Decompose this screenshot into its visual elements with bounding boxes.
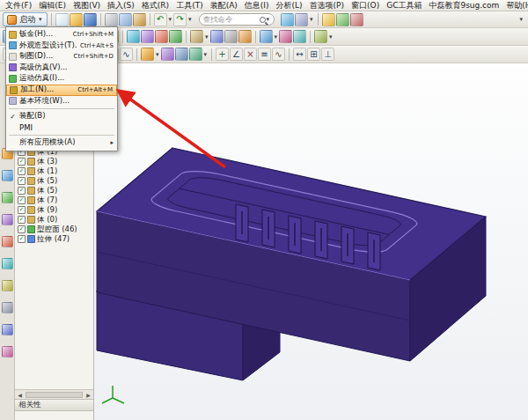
navigator-row[interactable]: ✓ 体 (7) — [15, 195, 93, 205]
start-menu-item[interactable]: 加工(N)... Ctrl+Alt+M — [6, 85, 117, 96]
mirror-feature-icon[interactable]: ⊥ — [321, 48, 334, 61]
new-file-button[interactable] — [55, 13, 69, 26]
checkbox-checked-icon[interactable]: ✓ — [18, 206, 26, 214]
edge-blend-icon[interactable]: + — [216, 48, 229, 61]
toolbar-options-caret[interactable]: ▾ — [519, 16, 524, 23]
checkbox-checked-icon[interactable]: ✓ — [18, 235, 26, 243]
start-menu-toggle-item[interactable]: ✓ 装配(B) — [6, 111, 117, 122]
wcs-dynamics-icon[interactable] — [238, 30, 252, 43]
open-file-button[interactable] — [70, 13, 83, 26]
navigator-row[interactable]: ✓ 体 (3) — [15, 157, 93, 166]
trim-body-icon[interactable]: × — [244, 48, 257, 61]
checkbox-checked-icon[interactable]: ✓ — [18, 177, 26, 185]
menubar-menu[interactable]: 文件(F) — [2, 0, 35, 11]
history-icon[interactable] — [2, 280, 13, 291]
constraint-navigator-icon[interactable] — [2, 170, 13, 181]
scroll-left-arrow[interactable]: ◀ — [15, 392, 25, 398]
menubar-menu[interactable]: 装配(A) — [207, 0, 241, 11]
menubar-menu[interactable]: 首选项(P) — [306, 0, 348, 11]
navigator-row[interactable]: ✓ 体 (5) — [15, 186, 93, 195]
checkbox-checked-icon[interactable]: ✓ — [18, 196, 26, 204]
checkbox-checked-icon[interactable]: ✓ — [18, 225, 26, 233]
pattern-feature-icon[interactable]: ⊞ — [307, 48, 320, 61]
offset-surface-icon[interactable]: ≡ — [258, 48, 271, 61]
start-menu-toggle-item[interactable]: PMI — [6, 122, 117, 134]
start-menu-item[interactable]: 外观造型设计(T)... Ctrl+Alt+S — [6, 41, 117, 52]
window-button[interactable] — [295, 13, 308, 26]
menubar-menu[interactable]: 编辑(E) — [35, 0, 70, 11]
system-materials-icon[interactable] — [2, 302, 13, 313]
hd3d-tools-icon[interactable] — [2, 236, 13, 247]
revolve-icon[interactable] — [161, 48, 174, 61]
navigator-row[interactable]: ✓ 体 (1) — [15, 166, 93, 176]
navigator-row[interactable]: ✓ 体 (5) — [15, 176, 93, 186]
zoom-icon[interactable] — [141, 30, 154, 43]
chamfer-icon[interactable]: ∠ — [230, 48, 243, 61]
section-view-icon[interactable] — [279, 30, 292, 43]
pan-icon[interactable] — [155, 30, 168, 43]
part-navigator-icon[interactable] — [2, 192, 13, 203]
checkbox-checked-icon[interactable]: ✓ — [18, 216, 26, 224]
start-menu-item[interactable]: 制图(D)... Ctrl+Shift+D — [6, 51, 117, 63]
undo-button[interactable]: ↶ — [154, 13, 167, 26]
menubar-menu[interactable]: 中磊教育9sug.com — [425, 0, 502, 11]
hole-icon[interactable] — [175, 48, 188, 61]
show-hide-icon[interactable] — [190, 30, 203, 43]
checkbox-checked-icon[interactable]: ✓ — [18, 167, 26, 175]
menubar-menu[interactable]: 视图(V) — [70, 0, 104, 11]
reuse-library-icon[interactable] — [2, 214, 13, 225]
menubar-menu[interactable]: 信息(I) — [241, 0, 273, 11]
rotate-view-icon[interactable] — [169, 30, 182, 43]
process-studio-icon[interactable] — [2, 324, 13, 335]
move-object-icon[interactable]: ↔ — [293, 48, 306, 61]
dependencies-panel-header[interactable]: 相关性 — [15, 399, 93, 411]
start-menu-item[interactable]: 高级仿真(V)... — [6, 63, 117, 74]
menubar-menu[interactable]: 分析(L) — [273, 0, 306, 11]
graphics-viewport[interactable] — [94, 63, 528, 420]
command-finder-button[interactable] — [322, 13, 335, 26]
start-menu-item[interactable]: 运动仿真(I)... — [6, 73, 117, 85]
roles-icon[interactable] — [2, 346, 13, 357]
navigator-row[interactable]: ✓ 体 (9) — [15, 205, 93, 215]
navigator-row[interactable]: ✓ 型腔面 (46) — [15, 225, 93, 234]
scroll-track[interactable] — [26, 392, 83, 398]
navigator-row[interactable]: ✓ 拉伸 (47) — [15, 234, 93, 244]
through-curves-icon[interactable]: ∿ — [272, 48, 285, 61]
measure-distance-icon[interactable] — [260, 30, 273, 43]
current-dialog-button[interactable] — [336, 13, 349, 26]
menubar-menu[interactable]: 工具(T) — [172, 0, 207, 11]
command-finder[interactable]: ▾ — [199, 13, 275, 26]
layer-settings-icon[interactable] — [224, 30, 238, 43]
navigator-row[interactable]: ✓ 体 (0) — [15, 215, 93, 225]
extrude-icon[interactable] — [141, 48, 154, 61]
scroll-right-arrow[interactable]: ▶ — [84, 392, 93, 398]
save-button[interactable] — [84, 13, 97, 26]
cut-button[interactable] — [105, 13, 118, 26]
redo-button[interactable]: ↷ — [173, 13, 187, 26]
navigator-hscrollbar[interactable]: ◀ ▶ — [15, 389, 93, 399]
snapshot-icon[interactable] — [293, 30, 306, 43]
search-icon[interactable] — [260, 17, 266, 23]
start-menu-item[interactable]: 钣金(H)... Ctrl+Shift+M — [6, 29, 117, 41]
fit-view-icon[interactable] — [127, 30, 140, 43]
edit-object-display-icon[interactable] — [210, 30, 224, 43]
help-button[interactable] — [350, 13, 363, 26]
menubar-menu[interactable]: 窗口(O) — [348, 0, 383, 11]
menubar-menu[interactable]: GC工具箱 — [383, 0, 425, 11]
copy-button[interactable] — [119, 13, 132, 26]
menubar-menu[interactable]: 格式(R) — [138, 0, 172, 11]
checkbox-checked-icon[interactable]: ✓ — [18, 158, 26, 166]
paste-button[interactable] — [133, 13, 146, 26]
spline-icon[interactable]: ∿ — [120, 48, 133, 61]
web-browser-icon[interactable] — [2, 258, 13, 269]
unite-boolean-icon[interactable] — [189, 48, 202, 61]
all-applications-item[interactable]: 所有应用模块(A) ▸ — [6, 137, 117, 149]
menubar-menu[interactable]: 帮助(H) — [502, 0, 528, 11]
touch-mode-button[interactable] — [281, 13, 294, 26]
menubar-menu[interactable]: 插入(S) — [104, 0, 138, 11]
display-mode-icon[interactable] — [314, 30, 327, 43]
start-menu-button[interactable]: 启动 ▾ — [3, 12, 48, 26]
start-menu-item[interactable]: 基本环境(W)... — [6, 96, 117, 107]
checkbox-checked-icon[interactable]: ✓ — [18, 187, 26, 195]
search-input[interactable] — [203, 15, 258, 24]
